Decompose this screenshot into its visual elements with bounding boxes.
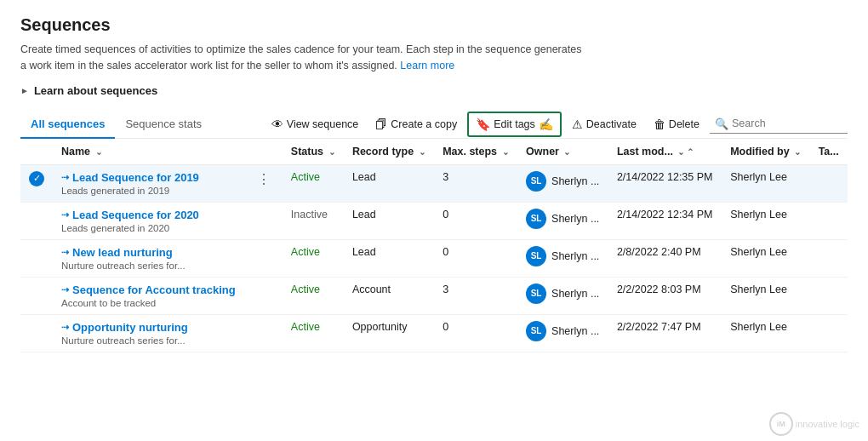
- row-last-mod: 2/2/2022 7:47 PM: [608, 314, 722, 352]
- row-record-type: Lead: [344, 239, 434, 277]
- sequence-icon: ⇢: [61, 284, 69, 295]
- row-check-col[interactable]: [20, 314, 53, 352]
- row-owner: SL Sherlyn ...: [517, 239, 608, 277]
- learn-more-link[interactable]: Learn more: [400, 60, 454, 72]
- row-check-col[interactable]: [20, 239, 53, 277]
- row-subtitle: Leads generated in 2020: [61, 223, 237, 233]
- learn-about-sequences[interactable]: ► Learn about sequences: [20, 84, 848, 97]
- chevron-right-icon: ►: [20, 86, 29, 95]
- status-badge: Active: [291, 284, 320, 295]
- row-record-type: Account: [344, 277, 434, 314]
- row-check-col[interactable]: [20, 202, 53, 239]
- tag-icon: 🔖: [476, 117, 490, 131]
- row-status: Inactive: [283, 202, 344, 239]
- create-copy-button[interactable]: 🗍 Create a copy: [368, 113, 464, 135]
- row-record-type: Lead: [344, 202, 434, 239]
- sort-name-icon: ⌄: [95, 147, 102, 157]
- deactivate-icon: ⚠: [572, 117, 583, 131]
- deactivate-button[interactable]: ⚠ Deactivate: [565, 113, 643, 135]
- row-ellipsis-col[interactable]: [245, 239, 283, 277]
- row-last-mod: 2/8/2022 2:40 PM: [608, 239, 722, 277]
- tabs-toolbar: All sequences Sequence stats 👁 View sequ…: [20, 111, 848, 139]
- status-badge: Inactive: [291, 209, 328, 220]
- row-name[interactable]: ⇢ Opportunity nurturing: [61, 321, 237, 334]
- toolbar-actions: 👁 View sequence 🗍 Create a copy 🔖 Edit t…: [265, 112, 848, 137]
- sequences-table: Name ⌄ Status ⌄ Record type ⌄ Max. steps: [20, 139, 848, 352]
- tab-sequence-stats[interactable]: Sequence stats: [115, 111, 212, 139]
- row-max-steps: 3: [434, 164, 517, 202]
- row-max-steps: 0: [434, 239, 517, 277]
- row-last-mod: 2/14/2022 12:34 PM: [608, 202, 722, 239]
- row-max-steps: 3: [434, 277, 517, 314]
- row-name[interactable]: ⇢ New lead nurturing: [61, 246, 237, 259]
- table-row[interactable]: ⇢ Sequence for Account tracking Account …: [20, 277, 848, 314]
- col-tags[interactable]: Ta...: [810, 139, 848, 165]
- col-name[interactable]: Name ⌄: [53, 139, 245, 165]
- check-circle: ✓: [29, 171, 44, 186]
- avatar: SL: [526, 209, 546, 229]
- copy-icon: 🗍: [375, 117, 387, 131]
- status-badge: Active: [291, 321, 320, 333]
- row-name-col: ⇢ New lead nurturing Nurture outreach se…: [53, 239, 245, 277]
- row-subtitle: Account to be tracked: [61, 298, 237, 308]
- row-name-col: ⇢ Sequence for Account tracking Account …: [53, 277, 245, 314]
- edit-tags-button[interactable]: 🔖 Edit tags ✍: [467, 112, 562, 137]
- row-modified-by: Sherlyn Lee: [722, 202, 809, 239]
- cursor-icon: ✍: [539, 117, 553, 131]
- col-owner[interactable]: Owner ⌄: [517, 139, 608, 165]
- tab-all-sequences[interactable]: All sequences: [20, 111, 115, 139]
- row-ellipsis-col[interactable]: [245, 202, 283, 239]
- ellipsis-button[interactable]: ⋮: [254, 172, 274, 186]
- watermark-logo: iM: [769, 412, 793, 436]
- row-tags: [810, 239, 848, 277]
- col-modified-by[interactable]: Modified by ⌄: [722, 139, 809, 165]
- row-subtitle: Nurture outreach series for...: [61, 335, 237, 346]
- row-modified-by: Sherlyn Lee: [722, 239, 809, 277]
- row-max-steps: 0: [434, 314, 517, 352]
- row-last-mod: 2/14/2022 12:35 PM: [608, 164, 722, 202]
- row-status: Active: [283, 164, 344, 202]
- search-box[interactable]: 🔍: [710, 115, 848, 134]
- col-last-mod[interactable]: Last mod... ⌄ ⌃: [608, 139, 722, 165]
- watermark: iM innovative logic: [769, 412, 859, 436]
- search-input[interactable]: [732, 117, 842, 129]
- trash-icon: 🗑: [654, 117, 665, 131]
- view-sequence-button[interactable]: 👁 View sequence: [265, 113, 366, 135]
- eye-icon: 👁: [271, 117, 283, 131]
- search-icon: 🔍: [715, 117, 728, 130]
- row-subtitle: Nurture outreach series for...: [61, 261, 237, 271]
- row-name-col: ⇢ Lead Sequence for 2019 Leads generated…: [53, 164, 245, 202]
- col-check: [20, 139, 53, 165]
- row-owner: SL Sherlyn ...: [517, 202, 608, 239]
- row-status: Active: [283, 314, 344, 352]
- row-ellipsis-col[interactable]: [245, 314, 283, 352]
- col-max-steps[interactable]: Max. steps ⌄: [434, 139, 517, 165]
- row-owner: SL Sherlyn ...: [517, 277, 608, 314]
- owner-name: Sherlyn ...: [551, 213, 599, 225]
- sort-status-icon: ⌄: [328, 147, 335, 157]
- table-row[interactable]: ⇢ New lead nurturing Nurture outreach se…: [20, 239, 848, 277]
- avatar: SL: [526, 284, 546, 304]
- table-header-row: Name ⌄ Status ⌄ Record type ⌄ Max. steps: [20, 139, 848, 165]
- owner-name: Sherlyn ...: [551, 325, 599, 337]
- col-status[interactable]: Status ⌄: [283, 139, 344, 165]
- row-name[interactable]: ⇢ Sequence for Account tracking: [61, 284, 237, 296]
- row-ellipsis-col[interactable]: [245, 277, 283, 314]
- row-name[interactable]: ⇢ Lead Sequence for 2019: [61, 171, 237, 184]
- table-row[interactable]: ⇢ Lead Sequence for 2020 Leads generated…: [20, 202, 848, 239]
- col-record-type[interactable]: Record type ⌄: [344, 139, 434, 165]
- row-last-mod: 2/2/2022 8:03 PM: [608, 277, 722, 314]
- sort-record-type-icon: ⌄: [419, 147, 425, 157]
- table-row[interactable]: ⇢ Opportunity nurturing Nurture outreach…: [20, 314, 848, 352]
- row-subtitle: Leads generated in 2019: [61, 186, 237, 196]
- table-row[interactable]: ✓ ⇢ Lead Sequence for 2019 Leads generat…: [20, 164, 848, 202]
- row-name[interactable]: ⇢ Lead Sequence for 2020: [61, 209, 237, 221]
- col-ellipsis: [245, 139, 283, 165]
- delete-button[interactable]: 🗑 Delete: [647, 113, 706, 135]
- row-check-col[interactable]: [20, 277, 53, 314]
- row-ellipsis-col[interactable]: ⋮: [245, 164, 283, 202]
- row-check-col[interactable]: ✓: [20, 164, 53, 202]
- sequence-icon: ⇢: [61, 209, 69, 220]
- sort-owner-icon: ⌄: [563, 147, 570, 157]
- sort-modified-by-icon: ⌄: [794, 147, 801, 157]
